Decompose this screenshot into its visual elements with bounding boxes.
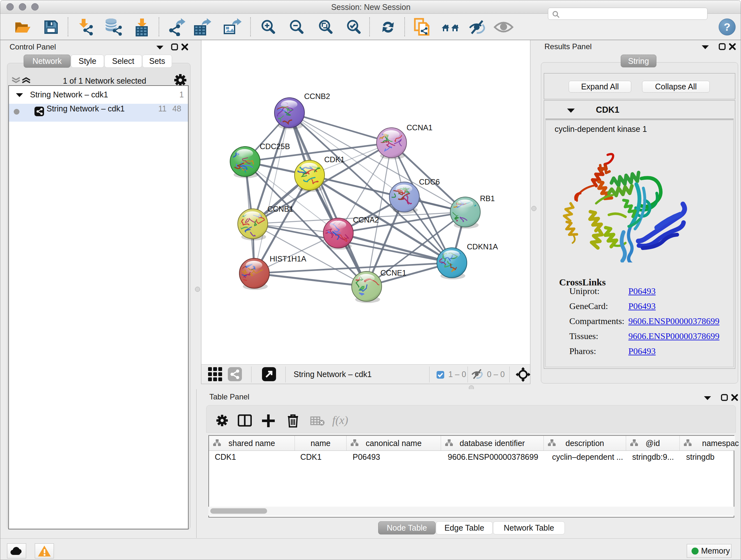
svg-text:CCNB1: CCNB1 <box>267 205 293 213</box>
svg-text:CCNB2: CCNB2 <box>304 92 330 101</box>
svg-text:CCNA2: CCNA2 <box>353 215 379 224</box>
svg-text:CDC25B: CDC25B <box>260 142 290 151</box>
svg-text:CCNA1: CCNA1 <box>407 123 432 132</box>
svg-text:CCNE1: CCNE1 <box>381 268 406 277</box>
svg-text:CDC6: CDC6 <box>419 178 440 186</box>
svg-text:CDK1: CDK1 <box>324 155 345 164</box>
svg-text:RB1: RB1 <box>480 194 495 203</box>
svg-text:CDKN1A: CDKN1A <box>467 242 498 251</box>
svg-text:HIST1H1A: HIST1H1A <box>270 254 307 263</box>
